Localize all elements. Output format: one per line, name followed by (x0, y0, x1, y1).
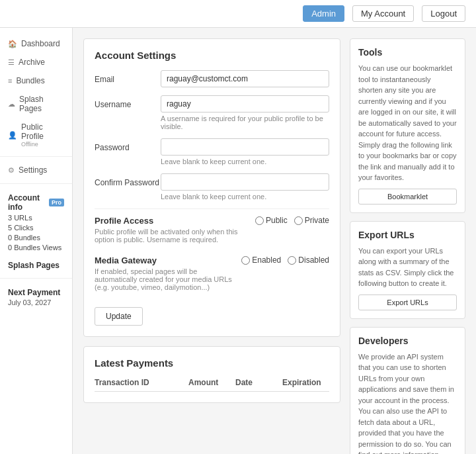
sidebar-divider-3 (0, 278, 72, 279)
account-info-section: Account info Pro 3 URLs 5 Clicks 0 Bundl… (0, 188, 72, 257)
tools-description: You can use our bookmarklet tool to inst… (358, 63, 457, 183)
splash-pages-label[interactable]: Splash Pages (0, 257, 72, 274)
email-field-container (161, 70, 329, 87)
public-label: Public (266, 216, 288, 225)
export-urls-button[interactable]: Export URLs (358, 295, 457, 310)
media-gateway-row: Media Gateway If enabled, special pages … (95, 255, 329, 295)
profile-access-row: Profile Access Public profile will be ac… (95, 216, 329, 248)
next-payment-title: Next Payment (8, 288, 64, 297)
profile-status: Offline (21, 141, 64, 148)
gear-icon: ⚙ (8, 166, 15, 175)
confirm-password-field-container: Leave blank to keep current one. (161, 173, 329, 201)
account-info-title: Account info Pro (8, 193, 64, 212)
confirm-password-hint: Leave blank to keep current one. (161, 193, 329, 201)
next-payment-date: July 03, 2027 (8, 298, 64, 306)
amount-header: Amount (188, 378, 235, 387)
username-field-container: A username is required for your public p… (161, 95, 329, 130)
sidebar-item-bundles[interactable]: ≡ Bundles (0, 71, 72, 90)
password-label: Password (95, 138, 161, 152)
sidebar-label-splash: Splash Pages (19, 95, 64, 113)
developers-title: Developers (358, 336, 457, 346)
export-urls-description: You can export your URLs along with a su… (358, 246, 457, 289)
confirm-password-input[interactable] (161, 173, 329, 191)
media-gateway-options: Enabled Disabled (241, 255, 329, 265)
sidebar-label-settings: Settings (19, 165, 47, 175)
transaction-id-header: Transaction ID (95, 378, 188, 387)
update-button[interactable]: Update (95, 307, 143, 326)
developers-description: We provide an API system that you can us… (358, 351, 457, 455)
bookmarklet-button[interactable]: Bookmarklet (358, 189, 457, 204)
splash-icon: ☁ (8, 100, 15, 109)
email-row: Email (95, 70, 329, 87)
public-radio[interactable] (255, 216, 264, 225)
username-row: Username A username is required for your… (95, 95, 329, 130)
private-label: Private (305, 216, 329, 225)
latest-payments-card: Latest Payments Transaction ID Amount Da… (83, 346, 340, 403)
payments-table-header: Transaction ID Amount Date Expiration (95, 378, 329, 392)
sidebar-divider-2 (0, 183, 72, 184)
main-layout: 🏠 Dashboard ☰ Archive ≡ Bundles ☁ Splash… (0, 28, 476, 454)
private-option[interactable]: Private (294, 216, 329, 225)
media-gateway-info: Media Gateway If enabled, special pages … (95, 255, 241, 295)
sidebar-label-archive: Archive (19, 58, 45, 67)
profile-icon: 👤 (8, 131, 17, 140)
enabled-radio[interactable] (241, 256, 250, 265)
admin-button[interactable]: Admin (303, 5, 344, 22)
username-input[interactable] (161, 95, 329, 113)
urls-count: 3 URLs (8, 214, 64, 222)
password-hint: Leave blank to keep current one. (161, 158, 329, 165)
my-account-button[interactable]: My Account (352, 5, 414, 22)
sidebar-label-profile: Public Profile (21, 122, 64, 141)
date-header: Date (235, 378, 282, 387)
sidebar-item-settings[interactable]: ⚙ Settings (0, 161, 72, 179)
export-urls-card: Export URLs You can export your URLs alo… (350, 221, 465, 319)
confirm-password-label: Confirm Password (95, 173, 161, 187)
sidebar-divider (0, 156, 72, 157)
form-divider (95, 208, 329, 209)
disabled-option[interactable]: Disabled (288, 255, 329, 265)
sidebar-item-public-profile[interactable]: 👤 Public Profile Offline (0, 118, 72, 152)
media-gateway-desc: If enabled, special pages will be automa… (95, 267, 241, 291)
email-input[interactable] (161, 70, 329, 87)
bundles-icon: ≡ (8, 77, 12, 85)
main-content: Account Settings Email Username A userna… (73, 28, 476, 454)
expiration-header: Expiration (282, 378, 329, 387)
password-input[interactable] (161, 138, 329, 156)
password-row: Password Leave blank to keep current one… (95, 138, 329, 165)
tools-title: Tools (358, 47, 457, 58)
pro-badge: Pro (49, 199, 64, 206)
private-radio[interactable] (294, 216, 303, 225)
sidebar-item-archive[interactable]: ☰ Archive (0, 53, 72, 71)
bundles-count: 0 Bundles (8, 234, 64, 242)
password-field-container: Leave blank to keep current one. (161, 138, 329, 165)
profile-access-info: Profile Access Public profile will be ac… (95, 216, 255, 248)
clicks-count: 5 Clicks (8, 224, 64, 232)
sidebar-item-splash-pages[interactable]: ☁ Splash Pages (0, 90, 72, 118)
logout-button[interactable]: Logout (422, 5, 465, 22)
sidebar-label-dashboard: Dashboard (21, 39, 60, 48)
center-panel: Account Settings Email Username A userna… (83, 38, 340, 454)
home-icon: 🏠 (8, 40, 17, 48)
sidebar-label-bundles: Bundles (16, 76, 44, 85)
latest-payments-title: Latest Payments (95, 357, 329, 369)
account-settings-card: Account Settings Email Username A userna… (83, 38, 340, 337)
sidebar-item-dashboard[interactable]: 🏠 Dashboard (0, 34, 72, 53)
top-nav: Admin My Account Logout (0, 0, 476, 28)
export-urls-title: Export URLs (358, 230, 457, 240)
enabled-label: Enabled (252, 255, 281, 265)
public-option[interactable]: Public (255, 216, 288, 225)
disabled-radio[interactable] (288, 256, 296, 265)
sidebar: 🏠 Dashboard ☰ Archive ≡ Bundles ☁ Splash… (0, 28, 73, 454)
confirm-password-row: Confirm Password Leave blank to keep cur… (95, 173, 329, 201)
disabled-label: Disabled (298, 255, 329, 265)
archive-icon: ☰ (8, 58, 15, 67)
email-label: Email (95, 70, 161, 84)
developers-card: Developers We provide an API system that… (350, 327, 465, 455)
profile-access-title: Profile Access (95, 216, 255, 226)
bundles-views-count: 0 Bundles Views (8, 244, 64, 251)
username-hint: A username is required for your public p… (161, 114, 329, 130)
enabled-option[interactable]: Enabled (241, 255, 281, 265)
media-gateway-title: Media Gateway (95, 255, 241, 265)
account-settings-title: Account Settings (95, 50, 329, 61)
tools-card: Tools You can use our bookmarklet tool t… (350, 38, 465, 213)
